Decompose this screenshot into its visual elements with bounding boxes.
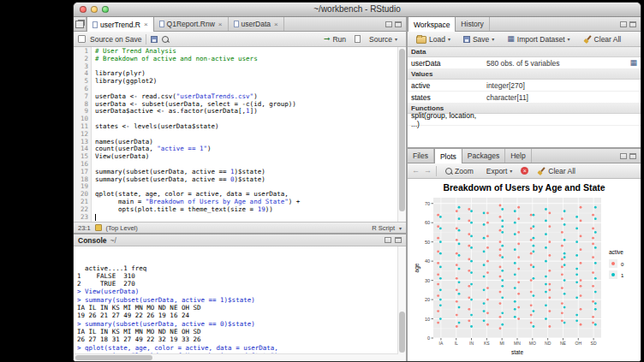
open-folder-icon — [416, 36, 426, 44]
source-button[interactable]: Source ▾ — [365, 33, 402, 45]
save-workspace-button[interactable]: Save ▾ — [459, 33, 498, 45]
code-line[interactable]: summary(subset(userData, active == 0)$st… — [95, 176, 406, 184]
tabbar-spacer — [490, 17, 616, 31]
console-output-line[interactable]: 2 TRUE 270 — [77, 280, 397, 288]
console-scrollbar[interactable] — [397, 246, 406, 361]
svg-text:1: 1 — [621, 273, 624, 278]
clear-plots-button[interactable]: Clear All — [533, 165, 580, 177]
code-lines[interactable]: # User Trend Analysis# Breakdown of acti… — [92, 47, 406, 222]
console-input-line[interactable]: > summary(subset(userData, active == 0)$… — [77, 320, 397, 328]
show-document-outline-button[interactable] — [74, 17, 86, 31]
minimize-console-icon[interactable] — [385, 237, 391, 243]
workspace-row[interactable]: userData580 obs. of 5 variables▦ — [408, 57, 641, 69]
code-line[interactable]: # Breakdown of active and non-active use… — [95, 56, 406, 63]
console-input-line[interactable]: > qplot(state, age, color = active, data… — [77, 344, 397, 352]
console-input-line[interactable]: > View(userData) — [77, 288, 397, 295]
tab-history[interactable]: History — [456, 17, 489, 31]
code-line[interactable]: opts(plot.title = theme_text(size = 19)) — [95, 206, 406, 214]
workspace-section-header: Values — [408, 69, 641, 80]
close-tab-icon[interactable]: × — [274, 21, 278, 28]
maximize-pane-icon[interactable] — [395, 21, 402, 27]
workspace-row[interactable]: statescharacter[11] — [408, 92, 641, 104]
import-dataset-button[interactable]: ▦ Import Dataset ▾ — [503, 33, 574, 45]
console-scrollbar-thumb[interactable] — [399, 312, 405, 353]
line-number-gutter: 1234567891011121314151617181920212223 — [74, 47, 92, 222]
save-icon[interactable] — [151, 36, 158, 43]
close-tab-icon[interactable]: × — [144, 21, 148, 28]
tab-packages[interactable]: Packages — [462, 149, 505, 163]
minimize-pane-icon[interactable] — [620, 21, 627, 27]
console-output[interactable]: active....1 freq1 FALSE 3102 TRUE 270> V… — [74, 246, 406, 361]
scope-icon — [95, 224, 102, 231]
view-data-icon[interactable]: ▦ — [629, 59, 637, 67]
console-hscrollbar-thumb[interactable] — [75, 355, 152, 360]
source-pane: userTrend.R×Q1Report.Rnw×userData× Sourc… — [74, 17, 406, 234]
svg-text:60: 60 — [425, 220, 430, 225]
scope-label[interactable]: (Top Level) — [106, 224, 138, 232]
console-output-line[interactable]: 26 27 18 31 27 49 22 32 19 33 26 — [77, 335, 397, 343]
plot-title: Breakdown of Users by Age and State — [443, 182, 605, 193]
source-on-save-label: Source on Save — [90, 35, 141, 44]
svg-text:KS: KS — [484, 341, 490, 346]
tab-workspace[interactable]: Workspace — [408, 17, 456, 32]
workspace-toolbar: Load ▾ Save ▾ ▦ Import Dataset ▾ — [408, 32, 641, 47]
code-line[interactable]: userData$active <- as.factor(userData[,1… — [95, 108, 406, 116]
find-replace-icon[interactable] — [162, 36, 169, 43]
console-output-line[interactable]: 19 26 21 27 49 22 26 19 16 24 — [77, 312, 397, 319]
console-hscrollbar[interactable] — [74, 353, 398, 361]
minimize-pane-icon[interactable] — [620, 153, 627, 159]
previous-plot-icon[interactable]: ← — [412, 167, 420, 175]
console-output-line[interactable]: IA IL IN KS MI MN MO ND NE OH SD — [77, 328, 397, 335]
tab-plots[interactable]: Plots — [434, 149, 462, 163]
console-working-directory[interactable]: ~/ — [110, 236, 116, 245]
remove-plot-icon[interactable]: × — [521, 167, 528, 175]
minimize-pane-icon[interactable] — [385, 21, 392, 27]
code-line[interactable]: library(ggplot2) — [95, 78, 406, 86]
workspace-row[interactable]: split(group, location, ...) — [408, 114, 641, 126]
clear-workspace-button[interactable]: Clear All — [579, 33, 626, 45]
editor-tab-q1report-rnw[interactable]: Q1Report.Rnw× — [154, 17, 229, 31]
console-output-line[interactable]: active....1 freq — [77, 264, 397, 272]
close-tab-icon[interactable]: × — [218, 21, 223, 28]
editor-scrollbar[interactable] — [397, 47, 406, 222]
code-line[interactable]: states <- levels(userData$state) — [95, 123, 406, 131]
code-line[interactable] — [95, 214, 406, 222]
save-label: Save — [473, 35, 489, 44]
workspace-row[interactable]: activeinteger[270] — [408, 80, 641, 92]
filetype-label[interactable]: R Script — [372, 224, 395, 232]
editor-tab-usertrend-r[interactable]: userTrend.R× — [86, 17, 154, 32]
zoom-plot-button[interactable]: Zoom — [441, 165, 478, 177]
console-input-line[interactable]: > summary(subset(userData, active == 1)$… — [77, 296, 397, 304]
code-editor[interactable]: 1234567891011121314151617181920212223 # … — [74, 47, 406, 222]
import-dataset-label: Import Dataset — [517, 35, 565, 44]
code-line[interactable]: View(userData) — [95, 153, 406, 161]
workbench: userTrend.R×Q1Report.Rnw×userData× Sourc… — [74, 17, 641, 361]
editor-tab-userdata[interactable]: userData× — [229, 17, 284, 31]
source-on-save-checkbox[interactable] — [78, 35, 86, 43]
next-plot-icon[interactable]: → — [424, 167, 432, 175]
console-output-line[interactable]: IA IL IN KS MI MN MO ND NE OH SD — [77, 304, 397, 312]
tab-label: Packages — [468, 151, 499, 160]
run-button[interactable]: ➞ Run — [319, 33, 350, 45]
console-output-line[interactable]: 1 FALSE 310 — [77, 272, 397, 280]
editor-scrollbar-thumb[interactable] — [399, 49, 405, 211]
rerun-icon[interactable] — [355, 35, 361, 43]
maximize-console-icon[interactable] — [395, 237, 402, 243]
svg-text:0: 0 — [621, 262, 624, 267]
svg-text:active: active — [609, 249, 623, 255]
maximize-pane-icon[interactable] — [629, 21, 636, 27]
tab-help[interactable]: Help — [505, 149, 531, 163]
tab-files[interactable]: Files — [408, 149, 434, 163]
maximize-pane-icon[interactable] — [629, 153, 636, 159]
workspace-section-header: Data — [408, 47, 641, 57]
load-workspace-button[interactable]: Load ▾ — [412, 33, 455, 45]
broom-icon — [537, 167, 546, 175]
object-name: userData — [411, 59, 486, 68]
export-plot-button[interactable]: Export ▾ — [482, 165, 517, 177]
window-titlebar[interactable]: ~/workbench - RStudio — [74, 3, 641, 17]
svg-text:IA: IA — [439, 341, 444, 346]
source-pane-controls — [381, 17, 406, 31]
workspace-object-list: DatauserData580 obs. of 5 variables▦Valu… — [408, 47, 641, 147]
plots-tabbar: FilesPlotsPackagesHelp — [408, 149, 641, 163]
svg-text:IN: IN — [469, 341, 474, 346]
